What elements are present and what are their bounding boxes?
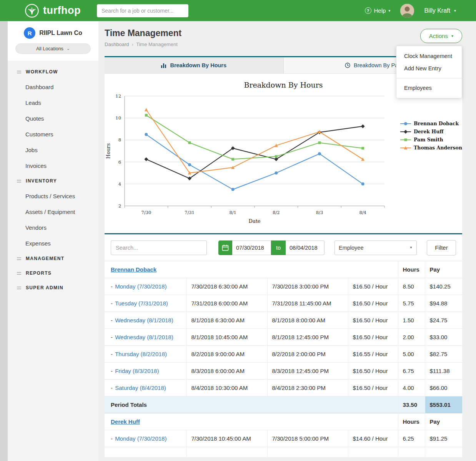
menu-item-employees[interactable]: Employees bbox=[396, 82, 462, 94]
actions-label: Actions bbox=[429, 33, 448, 39]
employee-group-header: Brennan DobackHoursPay bbox=[105, 261, 462, 278]
sidebar-nav: WORKFLOWDashboardLeadsQuotesCustomersJob… bbox=[8, 61, 98, 295]
day-link[interactable]: Saturday (8/4/2018) bbox=[115, 385, 166, 391]
end-time: 8/1/2018 12:45:00 PM bbox=[267, 329, 348, 346]
company[interactable]: R RIIPL Lawn Co bbox=[8, 27, 98, 39]
row-prefix: - bbox=[111, 300, 113, 307]
topbar: turfhop ? Help ▾ Billy Kraft ▾ bbox=[0, 0, 476, 21]
pay-value: $111.38 bbox=[425, 363, 462, 380]
row-prefix: - bbox=[111, 317, 113, 323]
end-time: 7/30/2018 5:00:00 PM bbox=[267, 430, 348, 447]
breadcrumb-separator-icon: › bbox=[132, 41, 133, 47]
sidebar: R RIIPL Lawn Co All Locations ⌄ WORKFLOW… bbox=[0, 21, 98, 461]
partial-row bbox=[105, 447, 462, 458]
user-menu[interactable]: Billy Kraft ▾ bbox=[424, 7, 456, 14]
menu-item-add-new-entry[interactable]: Add New Entry bbox=[396, 62, 462, 75]
day-link[interactable]: Wednesday (8/1/2018) bbox=[115, 317, 173, 323]
breadcrumb-current: Time Management bbox=[136, 41, 178, 47]
start-time: 8/3/2018 6:00:00 AM bbox=[186, 363, 267, 380]
pay-rate: $16.50 / Hour bbox=[348, 380, 398, 396]
time-table-body: Brennan DobackHoursPay- Monday (7/30/201… bbox=[105, 261, 462, 457]
period-totals-row: Period Totals33.50$553.01 bbox=[105, 396, 462, 413]
legend-marker-icon bbox=[400, 138, 411, 142]
calendar-button[interactable] bbox=[218, 240, 232, 255]
svg-text:8/4: 8/4 bbox=[359, 210, 366, 215]
sidebar-section-management[interactable]: MANAGEMENT bbox=[8, 251, 98, 266]
help-menu[interactable]: ? Help ▾ bbox=[365, 7, 391, 14]
global-search-input[interactable] bbox=[97, 4, 188, 17]
svg-text:Hours: Hours bbox=[105, 143, 111, 159]
sidebar-item-expenses[interactable]: Expenses bbox=[8, 235, 98, 251]
hours-value: 2.00 bbox=[398, 329, 425, 346]
hours-value: 6.75 bbox=[398, 363, 425, 380]
start-time: 8/1/2018 10:45:00 AM bbox=[186, 329, 267, 346]
locations-dropdown[interactable]: All Locations ⌄ bbox=[15, 43, 91, 54]
sidebar-item-products-services[interactable]: Products / Services bbox=[8, 188, 98, 204]
date-range-picker: to bbox=[218, 240, 325, 255]
pay-value: $82.75 bbox=[425, 346, 462, 363]
legend-label: Thomas Anderson bbox=[414, 145, 462, 151]
sidebar-section-inventory[interactable]: INVENTORY bbox=[8, 174, 98, 188]
pay-value: $24.75 bbox=[425, 312, 462, 329]
time-entry-row: - Friday (8/3/2018)8/3/2018 6:00:00 AM8/… bbox=[105, 363, 462, 380]
legend-marker-icon bbox=[400, 121, 411, 126]
table-search-input[interactable] bbox=[111, 240, 207, 255]
svg-text:4: 4 bbox=[118, 181, 121, 187]
breadcrumb-dashboard[interactable]: Dashboard bbox=[105, 41, 129, 47]
sidebar-item-invoices[interactable]: Invoices bbox=[8, 158, 98, 174]
sidebar-item-dashboard[interactable]: Dashboard bbox=[8, 79, 98, 95]
sidebar-item-quotes[interactable]: Quotes bbox=[8, 111, 98, 126]
sidebar-item-jobs[interactable]: Jobs bbox=[8, 142, 98, 158]
svg-text:8: 8 bbox=[118, 137, 121, 143]
sidebar-item-assets-equipment[interactable]: Assets / Equipment bbox=[8, 204, 98, 220]
section-collapse-icon bbox=[17, 257, 21, 260]
hours-value: 4.00 bbox=[398, 380, 425, 396]
start-time: 7/30/2018 6:30:00 AM bbox=[186, 278, 267, 295]
hours-value: 6.25 bbox=[398, 430, 425, 447]
day-link[interactable]: Monday (7/30/2018) bbox=[115, 283, 166, 290]
legend-item: Thomas Anderson bbox=[400, 145, 462, 151]
day-link[interactable]: Wednesday (8/1/2018) bbox=[115, 334, 173, 340]
date-to-input[interactable] bbox=[286, 240, 325, 255]
employee-link[interactable]: Brennan Doback bbox=[111, 266, 156, 273]
pay-value: $91.25 bbox=[425, 430, 462, 447]
hours-column-header: Hours bbox=[398, 413, 425, 430]
company-name: RIIPL Lawn Co bbox=[39, 30, 82, 36]
actions-button[interactable]: Actions ▾ bbox=[420, 29, 462, 43]
menu-item-clock-management[interactable]: Clock Management bbox=[396, 50, 462, 62]
avatar[interactable] bbox=[400, 4, 414, 18]
topbar-right: ? Help ▾ Billy Kraft ▾ bbox=[365, 4, 456, 18]
row-prefix: - bbox=[111, 385, 113, 391]
end-time: 8/1/2018 8:00:00 AM bbox=[267, 312, 348, 329]
sidebar-section-workflow[interactable]: WORKFLOW bbox=[8, 65, 98, 79]
sidebar-item-vendors[interactable]: Vendors bbox=[8, 220, 98, 235]
sidebar-item-customers[interactable]: Customers bbox=[8, 126, 98, 142]
date-from-input[interactable] bbox=[232, 240, 271, 255]
brand[interactable]: turfhop bbox=[25, 3, 81, 18]
employee-link[interactable]: Derek Huff bbox=[111, 418, 140, 425]
start-time: 7/30/2018 10:45:00 AM bbox=[186, 430, 267, 447]
tab-label: Breakdown By Pay bbox=[354, 62, 401, 68]
section-collapse-icon bbox=[17, 272, 21, 275]
tab-breakdown-by-hours[interactable]: Breakdown By Hours bbox=[105, 57, 283, 73]
total-pay: $553.01 bbox=[425, 396, 462, 413]
sidebar-section-reports[interactable]: REPORTS bbox=[8, 266, 98, 280]
page-title: Time Management bbox=[105, 28, 462, 38]
sidebar-item-leads[interactable]: Leads bbox=[8, 95, 98, 111]
end-time: 8/2/2018 2:00:00 PM bbox=[267, 346, 348, 363]
filter-button[interactable]: Filter bbox=[427, 240, 456, 255]
pay-rate: $16.50 / Hour bbox=[348, 363, 398, 380]
row-prefix: - bbox=[111, 368, 113, 374]
pay-rate: $16.55 / Hour bbox=[348, 346, 398, 363]
day-link[interactable]: Tuesday (7/31/2018) bbox=[115, 300, 168, 307]
day-link[interactable]: Friday (8/3/2018) bbox=[115, 368, 159, 374]
time-entries-table: Brennan DobackHoursPay- Monday (7/30/201… bbox=[105, 261, 462, 457]
sidebar-section-super-admin[interactable]: SUPER ADMIN bbox=[8, 280, 98, 295]
svg-text:7/31: 7/31 bbox=[185, 210, 195, 215]
tab-label: Breakdown By Hours bbox=[170, 62, 226, 68]
end-time: 8/4/2018 2:30:00 PM bbox=[267, 380, 348, 396]
employee-filter-select[interactable]: Employee ▼ bbox=[335, 240, 417, 255]
svg-text:10: 10 bbox=[115, 115, 121, 121]
day-link[interactable]: Monday (7/30/2018) bbox=[115, 435, 166, 442]
day-link[interactable]: Thursday (8/2/2018) bbox=[115, 351, 167, 357]
